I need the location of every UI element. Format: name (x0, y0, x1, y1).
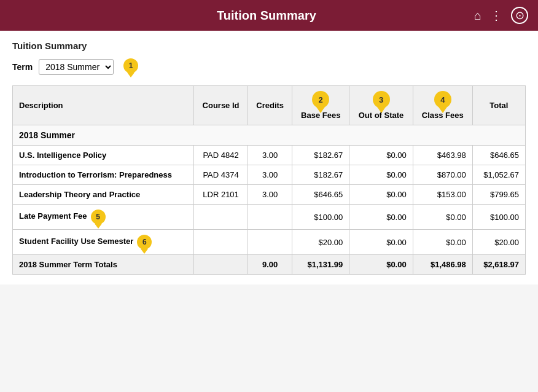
group-header-row: 2018 Summer (13, 125, 526, 146)
row-base-fees: $20.00 (292, 230, 349, 255)
class-fees-pin: 4 (434, 91, 451, 108)
row-course-id (193, 205, 248, 230)
totals-base-fees: $1,131.99 (292, 255, 349, 275)
table-row: Late Payment Fee5$100.00$0.00$0.00$100.0… (13, 205, 526, 230)
base-fees-pin: 2 (312, 91, 329, 108)
row-class-fees: $153.00 (413, 185, 472, 205)
row-credits (248, 205, 292, 230)
page-title: Tuition Summary (59, 9, 474, 23)
row-badge: 6 (137, 235, 152, 249)
row-total: $20.00 (472, 230, 525, 255)
term-row: Term 2018 Summer 1 (12, 58, 526, 76)
totals-label: 2018 Summer Term Totals (13, 255, 194, 275)
totals-class-fees: $1,486.98 (413, 255, 472, 275)
row-out-of-state: $0.00 (349, 165, 413, 185)
out-of-state-pin: 3 (373, 91, 390, 108)
row-total: $646.65 (472, 146, 525, 165)
row-course-id: LDR 2101 (193, 185, 248, 205)
row-description: Introduction to Terrorism: Preparedness (13, 165, 194, 185)
totals-credits: 9.00 (248, 255, 292, 275)
row-base-fees: $182.67 (292, 165, 349, 185)
app-header: Tuition Summary ⌂ ⋮ ⊙ (0, 0, 538, 31)
table-row: Leadership Theory and PracticeLDR 21013.… (13, 185, 526, 205)
table-row: Introduction to Terrorism: PreparednessP… (13, 165, 526, 185)
th-description: Description (13, 86, 194, 125)
profile-icon[interactable]: ⊙ (511, 7, 528, 24)
home-icon[interactable]: ⌂ (474, 9, 481, 23)
table-header-row: Description Course Id Credits 2 Base Fee… (13, 86, 526, 125)
row-base-fees: $646.65 (292, 185, 349, 205)
table-row: U.S. Intelligence PolicyPAD 48423.00$182… (13, 146, 526, 165)
main-content: Tuition Summary Term 2018 Summer 1 Descr… (0, 31, 538, 284)
row-class-fees: $0.00 (413, 230, 472, 255)
th-base-fees: 2 Base Fees (292, 86, 349, 125)
row-course-id (193, 230, 248, 255)
row-class-fees: $870.00 (413, 165, 472, 185)
row-badge: 5 (91, 210, 106, 224)
row-description: U.S. Intelligence Policy (13, 146, 194, 165)
row-total: $1,052.67 (472, 165, 525, 185)
row-description: Student Facility Use Semester6 (13, 230, 194, 255)
totals-course (193, 255, 248, 275)
th-class-fees: 4 Class Fees (413, 86, 472, 125)
row-base-fees: $182.67 (292, 146, 349, 165)
row-out-of-state: $0.00 (349, 146, 413, 165)
group-header-label: 2018 Summer (13, 125, 526, 146)
row-out-of-state: $0.00 (349, 205, 413, 230)
row-out-of-state: $0.00 (349, 230, 413, 255)
row-credits (248, 230, 292, 255)
th-credits: Credits (248, 86, 292, 125)
more-options-icon[interactable]: ⋮ (490, 8, 502, 23)
row-class-fees: $463.98 (413, 146, 472, 165)
header-icons: ⌂ ⋮ ⊙ (474, 7, 528, 24)
term-badge: 1 (123, 58, 138, 73)
th-out-of-state: 3 Out of State (349, 86, 413, 125)
row-credits: 3.00 (248, 146, 292, 165)
totals-total: $2,618.97 (472, 255, 525, 275)
th-total: Total (472, 86, 525, 125)
row-credits: 3.00 (248, 165, 292, 185)
row-class-fees: $0.00 (413, 205, 472, 230)
section-title: Tuition Summary (12, 41, 526, 51)
table-row: Student Facility Use Semester6$20.00$0.0… (13, 230, 526, 255)
totals-out-of-state: $0.00 (349, 255, 413, 275)
row-course-id: PAD 4374 (193, 165, 248, 185)
row-description: Late Payment Fee5 (13, 205, 194, 230)
row-base-fees: $100.00 (292, 205, 349, 230)
term-select[interactable]: 2018 Summer (39, 59, 114, 75)
row-credits: 3.00 (248, 185, 292, 205)
row-course-id: PAD 4842 (193, 146, 248, 165)
row-total: $100.00 (472, 205, 525, 230)
tuition-table: Description Course Id Credits 2 Base Fee… (12, 85, 526, 275)
totals-row: 2018 Summer Term Totals9.00$1,131.99$0.0… (13, 255, 526, 275)
row-description: Leadership Theory and Practice (13, 185, 194, 205)
table-wrapper: Description Course Id Credits 2 Base Fee… (12, 85, 526, 275)
row-out-of-state: $0.00 (349, 185, 413, 205)
row-total: $799.65 (472, 185, 525, 205)
th-course-id: Course Id (193, 86, 248, 125)
term-label: Term (12, 62, 33, 72)
